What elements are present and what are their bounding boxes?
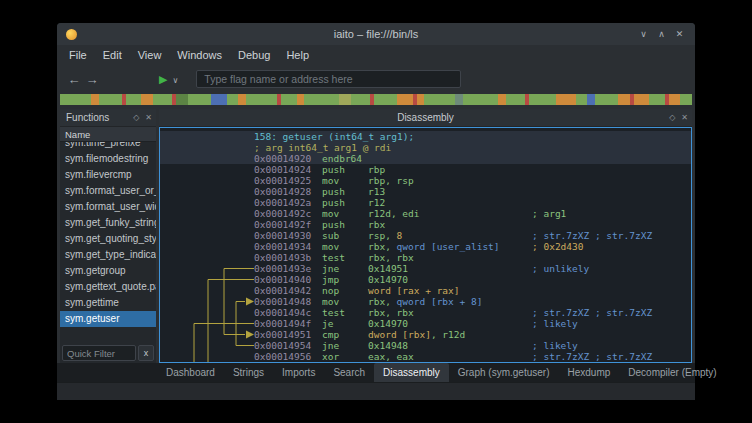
maximize-icon[interactable]: ∧ [654, 23, 669, 45]
close-icon[interactable]: ✕ [672, 23, 687, 45]
function-item-sym-filevercmp[interactable]: sym.filevercmp [60, 167, 156, 183]
address: 0x0001492c [254, 208, 322, 219]
mnemonic: mov [322, 208, 368, 219]
menu-file[interactable]: File [61, 45, 95, 66]
mnemonic: nop [322, 285, 368, 296]
float-panel-icon[interactable]: ◇ [133, 109, 139, 127]
flag-address-input[interactable] [196, 70, 461, 88]
address: 0x0001493e [254, 263, 322, 274]
function-item-sym-get-type-indicator[interactable]: sym.get_type_indicator [60, 247, 156, 263]
mem-segment [91, 94, 99, 105]
function-item-sym-getgroup[interactable]: sym.getgroup [60, 263, 156, 279]
address: 0x0001494f [254, 318, 322, 329]
address: 0x00014925 [254, 175, 322, 186]
tab-strings[interactable]: Strings [224, 363, 273, 382]
mnemonic: push [322, 219, 368, 230]
menu-windows[interactable]: Windows [169, 45, 230, 66]
functions-panel-header[interactable]: Functions ◇ ✕ [60, 109, 156, 127]
mem-segment [188, 94, 211, 105]
tab-decompiler-empty[interactable]: Decompiler (Empty) [619, 363, 725, 382]
function-item-sym-gettime[interactable]: sym.gettime [60, 295, 156, 311]
mem-segment [506, 94, 525, 105]
function-item-sym-format-user-width[interactable]: sym.format_user_width [60, 199, 156, 215]
mnemonic: sub [322, 230, 368, 241]
window-controls: ∨ ∧ ✕ [636, 23, 695, 45]
comment: ; unlikely [532, 263, 589, 274]
tab-imports[interactable]: Imports [273, 363, 324, 382]
function-item-sym-filemodestring[interactable]: sym.filemodestring [60, 151, 156, 167]
menu-help[interactable]: Help [278, 45, 317, 66]
mnemonic: mov [322, 175, 368, 186]
tab-graph-sym-getuser[interactable]: Graph (sym.getuser) [449, 363, 559, 382]
mem-segment [498, 94, 506, 105]
menu-view[interactable]: View [130, 45, 170, 66]
address: 0x00014948 [254, 296, 322, 307]
disassembly-view[interactable]: 158: getuser (int64_t arg1);; arg int64_… [159, 127, 692, 363]
tab-disassembly[interactable]: Disassembly [374, 363, 449, 382]
mem-segment [60, 94, 91, 105]
mnemonic: jne [322, 263, 368, 274]
function-item-sym-get-funky-string[interactable]: sym.get_funky_string [60, 215, 156, 231]
close-panel-icon[interactable]: ✕ [681, 109, 688, 127]
mem-segment [141, 94, 153, 105]
close-panel-icon[interactable]: ✕ [145, 109, 152, 127]
mem-segment [618, 94, 630, 105]
operands: rbx [368, 219, 532, 230]
minimize-icon[interactable]: ∨ [636, 23, 651, 45]
titlebar[interactable]: iaito – file:///bin/ls ∨ ∧ ✕ [57, 23, 695, 45]
mem-segment [153, 94, 172, 105]
mem-segment [417, 94, 425, 105]
tab-search[interactable]: Search [324, 363, 374, 382]
mem-segment [297, 94, 305, 105]
function-item-sym-format-user-or-group[interactable]: sym.format_user_or_group [60, 183, 156, 199]
address: 0x0001492a [254, 197, 322, 208]
status-bar [57, 382, 695, 400]
clear-filter-button[interactable]: x [138, 345, 154, 361]
play-icon[interactable]: ▶ [159, 73, 167, 86]
disassembly-panel-title: Disassembly [159, 112, 692, 123]
tab-hexdump[interactable]: Hexdump [558, 363, 619, 382]
function-item-sym-gettext-quote-part-0[interactable]: sym.gettext_quote.part.0 [60, 279, 156, 295]
quick-filter-row: x [60, 343, 156, 363]
quick-filter-input[interactable] [62, 345, 136, 361]
address: 0x00014920 [254, 153, 322, 164]
function-item-sym-get-quoting-style[interactable]: sym.get_quoting_style [60, 231, 156, 247]
operands: r12 [368, 197, 532, 208]
disassembly-panel-header[interactable]: Disassembly ◇ ✕ [159, 109, 692, 127]
jump-arrows [160, 128, 254, 362]
operands: rbx, qword [user_alist] [368, 241, 532, 252]
float-panel-icon[interactable]: ◇ [669, 109, 675, 127]
memory-map-strip[interactable] [60, 94, 692, 105]
function-item-sym-time-prefixe[interactable]: sym.time_prefixe [60, 142, 156, 151]
mnemonic: test [322, 307, 368, 318]
operands: rbp, rsp [368, 175, 532, 186]
back-icon[interactable]: ← [65, 72, 83, 87]
functions-panel-title: Functions [60, 112, 109, 123]
operands: 0x14970 [368, 318, 532, 329]
function-item-sym-getuser[interactable]: sym.getuser [60, 311, 156, 327]
operands: eax, eax [368, 351, 532, 362]
chevron-down-icon[interactable]: ∨ [172, 76, 178, 85]
functions-column-header[interactable]: Name [60, 127, 156, 142]
menu-debug[interactable]: Debug [230, 45, 278, 66]
address: 0x00014954 [254, 340, 322, 351]
mem-segment [576, 94, 588, 105]
address: 0x00014924 [254, 164, 322, 175]
operands: rbp [368, 164, 532, 175]
operands: r13 [368, 186, 532, 197]
mnemonic: test [322, 252, 368, 263]
mem-segment [211, 94, 227, 105]
comment: ; likely [532, 318, 578, 329]
menu-edit[interactable]: Edit [95, 45, 130, 66]
mem-segment [424, 94, 455, 105]
forward-icon[interactable]: → [83, 72, 101, 87]
address: 0x00014956 [254, 351, 322, 362]
mnemonic: push [322, 164, 368, 175]
tab-dashboard[interactable]: Dashboard [157, 363, 224, 382]
operands: r12d, edi [368, 208, 532, 219]
operands: rbx, rbx [368, 252, 532, 263]
app-window: iaito – file:///bin/ls ∨ ∧ ✕ FileEditVie… [57, 23, 695, 400]
operands: 0x14970 [368, 274, 532, 285]
address: 0x00014930 [254, 230, 322, 241]
mem-segment [587, 94, 595, 105]
